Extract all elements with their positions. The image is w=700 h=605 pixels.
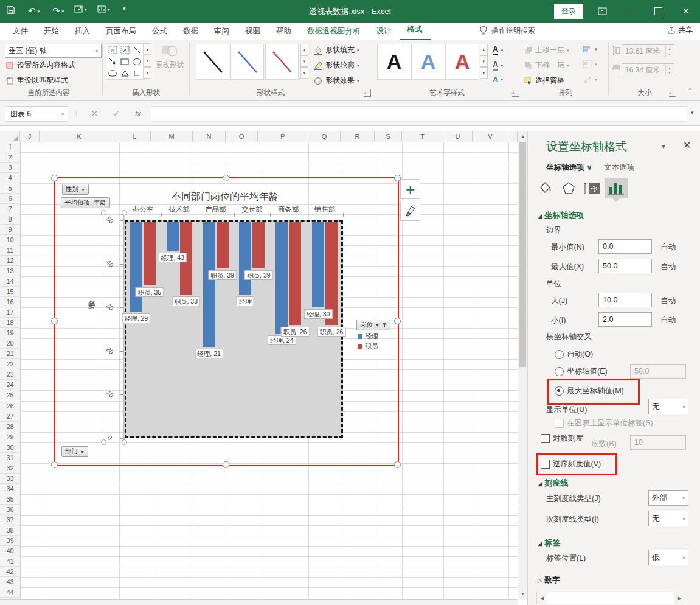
- vertical-scrollbar[interactable]: ▲ ▼: [518, 131, 528, 599]
- effects-icon[interactable]: [561, 181, 577, 198]
- section-tick-marks[interactable]: ◢ 刻度线: [538, 478, 568, 489]
- row-header-15[interactable]: 15: [0, 287, 21, 297]
- chart-element-selector[interactable]: 垂直 (值) 轴▾: [5, 44, 102, 58]
- tab-插入[interactable]: 插入: [67, 23, 98, 40]
- bar-经理-商务部[interactable]: [275, 222, 288, 334]
- crosses-value-radio[interactable]: [555, 367, 564, 376]
- wordart-preset-3[interactable]: A: [445, 44, 479, 80]
- shape-effects-button[interactable]: 形状效果▾: [314, 75, 359, 86]
- label-position-dropdown[interactable]: 低▾: [648, 550, 688, 565]
- pane-close-icon[interactable]: ✕: [683, 139, 691, 151]
- min-auto-button[interactable]: 自动: [660, 242, 676, 253]
- row-header-39[interactable]: 39: [0, 536, 21, 546]
- chart-selection-handle[interactable]: [394, 318, 401, 324]
- data-label-经理-办公室[interactable]: 经理, 29: [122, 313, 151, 323]
- minimize-button[interactable]: —: [616, 0, 644, 23]
- bar-职员-产品部[interactable]: [217, 222, 229, 268]
- row-header-18[interactable]: 18: [0, 318, 21, 328]
- section-axis-options[interactable]: ◢ 坐标轴选项: [538, 210, 584, 221]
- name-box-dropdown-icon[interactable]: ▾: [61, 112, 68, 116]
- category-label-办公室[interactable]: 办公室: [133, 205, 154, 214]
- tab-数据透视图分析[interactable]: 数据透视图分析: [299, 23, 369, 40]
- minor-auto-button[interactable]: 自动: [660, 315, 676, 326]
- major-tick-type-dropdown[interactable]: 外部▾: [648, 490, 688, 506]
- size-dialog-launcher[interactable]: ⌟: [669, 89, 676, 97]
- formula-bar-expand-icon[interactable]: ▾: [691, 110, 694, 116]
- axis-options-icon-selected[interactable]: [605, 178, 628, 198]
- row-header-20[interactable]: 20: [0, 338, 21, 349]
- shape-style-preset-1[interactable]: [196, 44, 229, 80]
- tab-帮助[interactable]: 帮助: [268, 23, 299, 40]
- row-header-26[interactable]: 26: [0, 401, 21, 411]
- tab-视图[interactable]: 视图: [237, 23, 268, 40]
- tab-审阅[interactable]: 审阅: [206, 23, 237, 40]
- ribbon-display-options-icon[interactable]: [588, 0, 616, 23]
- align-button[interactable]: ▾: [583, 45, 597, 53]
- rectangle-shape-icon[interactable]: [119, 56, 131, 68]
- row-header-43[interactable]: 43: [0, 577, 21, 587]
- row-header-23[interactable]: 23: [0, 369, 21, 380]
- column-header-P[interactable]: P: [258, 131, 308, 142]
- row-header-36[interactable]: 36: [0, 505, 21, 515]
- axis-selection-handle[interactable]: [122, 439, 127, 445]
- collapse-ribbon-icon[interactable]: ⌃: [687, 87, 693, 95]
- maximize-button[interactable]: [644, 0, 672, 23]
- position-field-button[interactable]: 岗位▼: [356, 320, 390, 330]
- row-header-3[interactable]: 3: [0, 163, 21, 173]
- row-header-28[interactable]: 28: [0, 422, 21, 432]
- tab-设计[interactable]: 设计: [369, 23, 400, 40]
- row-header-35[interactable]: 35: [0, 494, 21, 505]
- row-header-19[interactable]: 19: [0, 328, 21, 338]
- shape-styles-dialog-launcher[interactable]: ⌟: [364, 89, 371, 97]
- column-header-Q[interactable]: Q: [308, 131, 341, 142]
- pane-menu-icon[interactable]: ▼: [660, 143, 667, 150]
- chart-title[interactable]: 不同部门岗位的平均年龄: [116, 191, 334, 203]
- bar-职员-交付部[interactable]: [252, 222, 265, 268]
- row-header-17[interactable]: 17: [0, 307, 21, 318]
- row-header-31[interactable]: 31: [0, 453, 21, 463]
- display-units-dropdown[interactable]: 无▾: [648, 399, 688, 414]
- insert-function-icon[interactable]: fx: [135, 109, 141, 118]
- data-label-经理-技术部[interactable]: 经理, 43: [158, 253, 187, 262]
- column-header-T[interactable]: T: [402, 131, 443, 142]
- chart-selection-handle[interactable]: [51, 461, 58, 468]
- category-label-商务部[interactable]: 商务部: [278, 205, 299, 214]
- row-header-6[interactable]: 6: [0, 194, 21, 204]
- chart-selection-handle[interactable]: [394, 461, 401, 468]
- wordart-preset-2[interactable]: A: [411, 44, 445, 80]
- crosses-auto-radio[interactable]: [555, 350, 564, 359]
- row-header-25[interactable]: 25: [0, 390, 21, 400]
- legend-entry-经理[interactable]: 经理: [358, 332, 378, 341]
- oval-shape-icon[interactable]: [131, 56, 143, 68]
- row-header-12[interactable]: 12: [0, 256, 21, 266]
- share-button[interactable]: 共享: [667, 25, 693, 35]
- row-header-5[interactable]: 5: [0, 183, 21, 194]
- pane-scrollbar-track[interactable]: [547, 592, 675, 604]
- data-label-职员-销售部[interactable]: 职员, 26: [317, 327, 346, 337]
- legend-entry-职员[interactable]: 职员: [358, 342, 378, 351]
- tab-公式[interactable]: 公式: [144, 23, 175, 40]
- data-label-职员-办公室[interactable]: 职员, 35: [136, 287, 164, 297]
- shape-fill-button[interactable]: 形状填充▾: [314, 45, 359, 55]
- major-auto-button[interactable]: 自动: [660, 296, 676, 306]
- format-selection-button[interactable]: 设置所选内容格式: [6, 60, 75, 71]
- bar-经理-技术部[interactable]: [167, 222, 179, 251]
- chart-selection-handle[interactable]: [223, 461, 229, 468]
- scroll-down-icon[interactable]: ▼: [300, 55, 308, 67]
- column-header-L[interactable]: L: [119, 131, 151, 142]
- shape-style-scroll[interactable]: ▲ ▼ ▼: [300, 44, 308, 79]
- minor-unit-input[interactable]: 2.0: [598, 312, 652, 327]
- row-header-41[interactable]: 41: [0, 556, 21, 567]
- row-header-30[interactable]: 30: [0, 442, 21, 453]
- row-header-37[interactable]: 37: [0, 515, 21, 525]
- category-label-技术部[interactable]: 技术部: [169, 205, 190, 214]
- bar-经理-销售部[interactable]: [312, 222, 324, 307]
- bar-职员-办公室[interactable]: [144, 222, 156, 285]
- row-header-40[interactable]: 40: [0, 546, 21, 556]
- row-header-21[interactable]: 21: [0, 349, 21, 359]
- row-header-42[interactable]: 42: [0, 567, 21, 577]
- tell-me-search[interactable]: 操作说明搜索: [479, 25, 535, 36]
- axis-selection-handle[interactable]: [101, 210, 106, 215]
- triangle-shape-icon[interactable]: [119, 68, 131, 79]
- size-properties-icon[interactable]: [583, 181, 601, 198]
